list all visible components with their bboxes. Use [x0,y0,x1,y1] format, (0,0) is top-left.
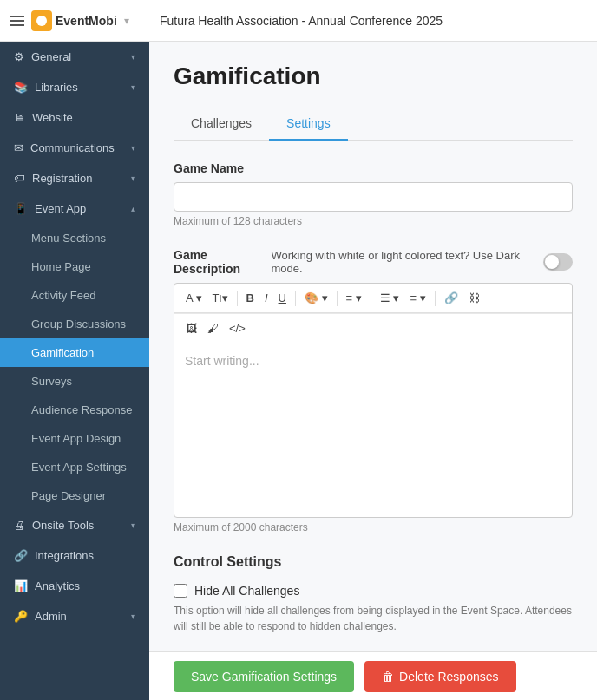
main-content: Gamification Challenges Settings Game Na… [149,42,597,700]
sidebar-label-integrations: Integrations [35,549,94,562]
editor-placeholder: Start writing... [185,354,259,368]
chevron-onsite: ▾ [131,520,135,530]
sidebar: ⚙ General ▾ 📚 Libraries ▾ 🖥 Website ✉ Co… [0,42,149,700]
hamburger-button[interactable] [10,16,24,26]
sidebar-sub-gamification[interactable]: Gamification [0,338,149,367]
sidebar-label-analytics: Analytics [35,579,80,592]
sidebar-label-registration: Registration [32,172,92,185]
sidebar-item-website[interactable]: 🖥 Website [0,102,149,133]
control-settings-title: Control Settings [174,554,573,570]
toolbar-sep-4 [371,291,371,306]
toolbar-align-btn[interactable]: ≡ ▾ [342,289,366,307]
toolbar-image-btn[interactable]: 🖼 [181,319,201,337]
bottom-bar: Save Gamification Settings 🗑 Delete Resp… [149,651,597,700]
sidebar-sub-menu-sections[interactable]: Menu Sections [0,224,149,252]
hide-challenges-label: Hide All Challenges [194,584,299,598]
sidebar-sub-event-app-settings[interactable]: Event App Settings [0,453,149,481]
website-icon: 🖥 [14,111,25,124]
game-name-label: Game Name [174,161,573,175]
topbar: EventMobi ▾ Futura Health Association - … [0,0,597,42]
control-settings-section: Control Settings Hide All Challenges Thi… [174,554,573,634]
chevron-libraries: ▾ [131,82,135,92]
sidebar-item-event-app[interactable]: 📱 Event App ▴ [0,193,149,224]
chevron-admin: ▾ [131,612,135,621]
toolbar-underline-btn[interactable]: U [274,289,291,307]
toolbar-sep-2 [295,291,296,306]
sidebar-sub-audience-response[interactable]: Audience Response [0,396,149,424]
activity-feed-label: Activity Feed [31,289,95,302]
svg-point-0 [36,16,47,26]
game-name-section: Game Name Maximum of 128 characters [174,161,573,227]
save-button[interactable]: Save Gamification Settings [174,661,354,692]
sidebar-item-registration[interactable]: 🏷 Registration ▾ [0,163,149,193]
hide-challenges-checkbox[interactable] [174,584,187,598]
toolbar-bullet-btn[interactable]: ☰ ▾ [376,289,404,307]
toolbar-bold-btn[interactable]: B [242,289,259,307]
sidebar-item-analytics[interactable]: 📊 Analytics [0,571,149,601]
toolbar-number-btn[interactable]: ≡ ▾ [405,289,430,307]
sidebar-sub-surveys[interactable]: Surveys [0,367,149,396]
sidebar-item-communications[interactable]: ✉ Communications ▾ [0,133,149,163]
page-designer-label: Page Designer [31,489,106,502]
toolbar-italic-btn[interactable]: I [260,289,272,307]
editor-toolbar-row2: 🖼 🖌 </> [174,313,572,343]
sidebar-label-communications: Communications [30,141,115,154]
toggle-knob [545,255,559,269]
toolbar-sep-5 [435,291,436,306]
admin-icon: 🔑 [14,610,28,623]
audience-response-label: Audience Response [31,403,132,416]
event-app-design-label: Event App Design [31,432,121,445]
logo-icon [31,10,52,31]
registration-icon: 🏷 [14,172,25,185]
tab-settings[interactable]: Settings [269,108,348,141]
sidebar-sub-page-designer[interactable]: Page Designer [0,481,149,510]
toolbar-sep-1 [237,291,238,306]
home-page-label: Home Page [31,260,91,273]
delete-button[interactable]: 🗑 Delete Responses [364,661,515,692]
sidebar-item-general[interactable]: ⚙ General ▾ [0,42,149,72]
sidebar-sub-group-discussions[interactable]: Group Discussions [0,310,149,338]
chevron-communications: ▾ [131,143,135,153]
editor-container: A ▾ TI ▾ B I U 🎨 ▾ ≡ ▾ ☰ ▾ ≡ ▾ 🔗 ⛓ [174,283,573,518]
sidebar-label-general: General [31,50,71,63]
hide-challenges-row: Hide All Challenges [174,584,573,598]
tabs: Challenges Settings [174,108,573,141]
game-name-hint: Maximum of 128 characters [174,215,573,227]
toolbar-unlink-btn[interactable]: ⛓ [464,289,484,307]
surveys-label: Surveys [31,375,72,388]
tab-challenges[interactable]: Challenges [174,108,269,141]
dark-mode-toggle[interactable] [543,253,573,271]
libraries-icon: 📚 [14,81,28,94]
sidebar-label-website: Website [32,111,73,124]
sidebar-label-admin: Admin [35,610,67,623]
sidebar-sub-home-page[interactable]: Home Page [0,252,149,281]
toolbar-sep-3 [337,291,338,306]
toolbar-brush-btn[interactable]: 🖌 [203,319,223,337]
sidebar-sub-event-app-design[interactable]: Event App Design [0,424,149,453]
dark-mode-text: Working with white or light colored text… [271,249,536,275]
sidebar-label-libraries: Libraries [35,81,78,94]
editor-body[interactable]: Start writing... [174,343,572,517]
topbar-event-name: Futura Health Association - Annual Confe… [160,14,443,28]
gamification-label: Gamification [31,346,94,359]
delete-icon: 🗑 [382,670,394,684]
sidebar-label-onsite-tools: Onsite Tools [32,519,94,532]
game-name-input[interactable] [174,182,573,212]
editor-toolbar-row1: A ▾ TI ▾ B I U 🎨 ▾ ≡ ▾ ☰ ▾ ≡ ▾ 🔗 ⛓ [174,284,572,313]
sidebar-item-libraries[interactable]: 📚 Libraries ▾ [0,72,149,102]
dark-mode-row: Working with white or light colored text… [271,249,573,275]
toolbar-code-btn[interactable]: </> [225,319,250,337]
toolbar-color-btn[interactable]: 🎨 ▾ [300,289,332,307]
topbar-center: Futura Health Association - Annual Confe… [160,14,587,28]
sidebar-item-admin[interactable]: 🔑 Admin ▾ [0,601,149,631]
toolbar-link-btn[interactable]: 🔗 [440,289,463,307]
layout: ⚙ General ▾ 📚 Libraries ▾ 🖥 Website ✉ Co… [0,42,597,700]
topbar-app-chevron: ▾ [124,15,129,27]
sidebar-item-integrations[interactable]: 🔗 Integrations [0,540,149,571]
sidebar-item-onsite-tools[interactable]: 🖨 Onsite Tools ▾ [0,510,149,540]
sidebar-sub-activity-feed[interactable]: Activity Feed [0,281,149,310]
delete-label: Delete Responses [399,670,498,684]
toolbar-font-btn[interactable]: A ▾ [181,289,207,307]
onsite-tools-icon: 🖨 [14,519,25,532]
toolbar-text-size-btn[interactable]: TI ▾ [208,289,233,307]
